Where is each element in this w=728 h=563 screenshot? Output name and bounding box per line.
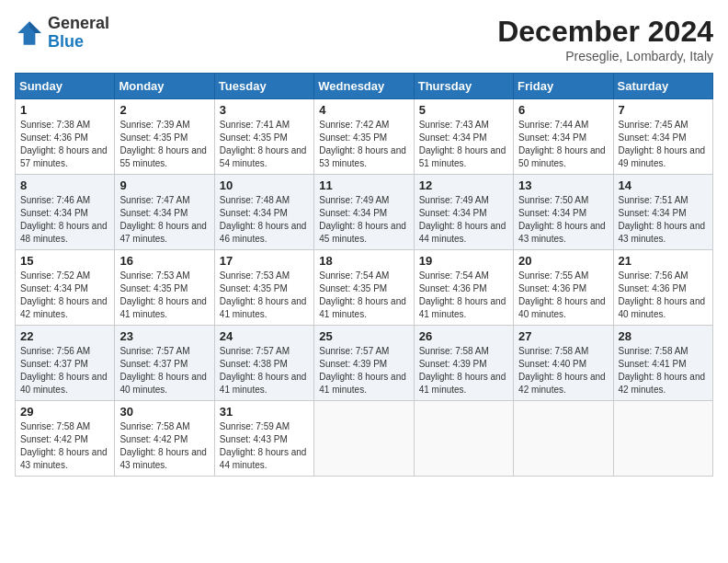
day-number: 19 [419,254,508,268]
day-number: 11 [319,178,408,192]
day-info: Sunrise: 7:50 AMSunset: 4:34 PMDaylight:… [518,194,608,246]
day-number: 5 [419,103,508,117]
day-info: Sunrise: 7:53 AMSunset: 4:35 PMDaylight:… [220,270,309,321]
day-number: 10 [220,178,309,192]
day-info: Sunrise: 7:53 AMSunset: 4:35 PMDaylight:… [119,270,209,321]
day-number: 25 [319,329,408,343]
day-info: Sunrise: 7:57 AMSunset: 4:38 PMDaylight:… [220,345,309,396]
day-number: 24 [220,329,309,343]
calendar-week-4: 22 Sunrise: 7:56 AMSunset: 4:37 PMDaylig… [16,326,713,401]
calendar-week-5: 29 Sunrise: 7:58 AMSunset: 4:42 PMDaylig… [16,401,713,477]
day-info: Sunrise: 7:54 AMSunset: 4:36 PMDaylight:… [419,270,508,321]
day-info: Sunrise: 7:57 AMSunset: 4:39 PMDaylight:… [319,345,408,396]
calendar-cell: 29 Sunrise: 7:58 AMSunset: 4:42 PMDaylig… [16,401,115,477]
day-info: Sunrise: 7:56 AMSunset: 4:36 PMDaylight:… [619,270,708,321]
calendar-week-2: 8 Sunrise: 7:46 AMSunset: 4:34 PMDayligh… [16,175,713,250]
header-day-tuesday: Tuesday [214,74,313,99]
day-info: Sunrise: 7:49 AMSunset: 4:34 PMDaylight:… [419,194,508,246]
calendar-week-3: 15 Sunrise: 7:52 AMSunset: 4:34 PMDaylig… [16,250,713,326]
day-number: 31 [220,405,309,419]
day-info: Sunrise: 7:51 AMSunset: 4:34 PMDaylight:… [619,194,708,246]
calendar-cell: 26 Sunrise: 7:58 AMSunset: 4:39 PMDaylig… [414,326,513,401]
calendar-cell: 15 Sunrise: 7:52 AMSunset: 4:34 PMDaylig… [16,250,115,326]
day-info: Sunrise: 7:58 AMSunset: 4:42 PMDaylight:… [20,420,109,472]
day-number: 3 [220,103,309,117]
calendar-cell: 9 Sunrise: 7:47 AMSunset: 4:34 PMDayligh… [115,175,214,250]
calendar-cell: 28 Sunrise: 7:58 AMSunset: 4:41 PMDaylig… [613,326,712,401]
day-number: 9 [119,178,209,192]
header-day-saturday: Saturday [613,74,712,99]
calendar-cell: 14 Sunrise: 7:51 AMSunset: 4:34 PMDaylig… [613,175,712,250]
day-info: Sunrise: 7:59 AMSunset: 4:43 PMDaylight:… [220,420,309,472]
day-number: 4 [319,103,408,117]
day-info: Sunrise: 7:43 AMSunset: 4:34 PMDaylight:… [419,119,508,170]
logo: General Blue [15,15,109,52]
location: Preseglie, Lombardy, Italy [497,49,713,63]
day-info: Sunrise: 7:55 AMSunset: 4:36 PMDaylight:… [518,270,608,321]
logo-text: General Blue [48,15,109,52]
day-info: Sunrise: 7:56 AMSunset: 4:37 PMDaylight:… [20,345,109,396]
day-info: Sunrise: 7:48 AMSunset: 4:34 PMDaylight:… [220,194,309,246]
day-info: Sunrise: 7:44 AMSunset: 4:34 PMDaylight:… [518,119,608,170]
day-info: Sunrise: 7:58 AMSunset: 4:42 PMDaylight:… [119,420,209,472]
day-number: 16 [119,254,209,268]
calendar-cell: 6 Sunrise: 7:44 AMSunset: 4:34 PMDayligh… [514,99,613,175]
day-number: 29 [20,405,109,419]
day-number: 15 [20,254,109,268]
day-number: 6 [518,103,608,117]
calendar-cell: 2 Sunrise: 7:39 AMSunset: 4:35 PMDayligh… [115,99,214,175]
calendar-cell: 12 Sunrise: 7:49 AMSunset: 4:34 PMDaylig… [414,175,513,250]
calendar-cell: 23 Sunrise: 7:57 AMSunset: 4:37 PMDaylig… [115,326,214,401]
calendar-cell: 4 Sunrise: 7:42 AMSunset: 4:35 PMDayligh… [314,99,414,175]
day-number: 1 [20,103,109,117]
day-info: Sunrise: 7:58 AMSunset: 4:41 PMDaylight:… [619,345,708,396]
day-number: 18 [319,254,408,268]
calendar-cell: 18 Sunrise: 7:54 AMSunset: 4:35 PMDaylig… [314,250,414,326]
day-info: Sunrise: 7:49 AMSunset: 4:34 PMDaylight:… [319,194,408,246]
header-day-sunday: Sunday [16,74,115,99]
day-number: 27 [518,329,608,343]
calendar-cell: 21 Sunrise: 7:56 AMSunset: 4:36 PMDaylig… [613,250,712,326]
day-info: Sunrise: 7:38 AMSunset: 4:36 PMDaylight:… [20,119,109,170]
calendar-cell: 25 Sunrise: 7:57 AMSunset: 4:39 PMDaylig… [314,326,414,401]
calendar-cell: 19 Sunrise: 7:54 AMSunset: 4:36 PMDaylig… [414,250,513,326]
month-title: December 2024 [497,15,713,49]
day-number: 20 [518,254,608,268]
calendar-cell: 20 Sunrise: 7:55 AMSunset: 4:36 PMDaylig… [514,250,613,326]
calendar-header-row: SundayMondayTuesdayWednesdayThursdayFrid… [16,74,713,99]
calendar-cell [414,401,513,477]
calendar-cell: 5 Sunrise: 7:43 AMSunset: 4:34 PMDayligh… [414,99,513,175]
page-header: General Blue December 2024 Preseglie, Lo… [15,15,713,63]
calendar-cell: 13 Sunrise: 7:50 AMSunset: 4:34 PMDaylig… [514,175,613,250]
logo-icon [15,18,44,48]
calendar-cell: 16 Sunrise: 7:53 AMSunset: 4:35 PMDaylig… [115,250,214,326]
header-day-monday: Monday [115,74,214,99]
calendar-cell: 1 Sunrise: 7:38 AMSunset: 4:36 PMDayligh… [16,99,115,175]
day-number: 26 [419,329,508,343]
day-info: Sunrise: 7:57 AMSunset: 4:37 PMDaylight:… [119,345,209,396]
calendar: SundayMondayTuesdayWednesdayThursdayFrid… [15,73,713,477]
calendar-cell: 11 Sunrise: 7:49 AMSunset: 4:34 PMDaylig… [314,175,414,250]
calendar-cell: 7 Sunrise: 7:45 AMSunset: 4:34 PMDayligh… [613,99,712,175]
day-info: Sunrise: 7:54 AMSunset: 4:35 PMDaylight:… [319,270,408,321]
day-number: 17 [220,254,309,268]
day-info: Sunrise: 7:42 AMSunset: 4:35 PMDaylight:… [319,119,408,170]
day-number: 23 [119,329,209,343]
day-info: Sunrise: 7:45 AMSunset: 4:34 PMDaylight:… [619,119,708,170]
header-day-friday: Friday [514,74,613,99]
day-info: Sunrise: 7:39 AMSunset: 4:35 PMDaylight:… [119,119,209,170]
header-day-thursday: Thursday [414,74,513,99]
header-day-wednesday: Wednesday [314,74,414,99]
day-number: 21 [619,254,708,268]
day-number: 8 [20,178,109,192]
title-area: December 2024 Preseglie, Lombardy, Italy [497,15,713,63]
calendar-cell [613,401,712,477]
calendar-cell: 27 Sunrise: 7:58 AMSunset: 4:40 PMDaylig… [514,326,613,401]
day-number: 22 [20,329,109,343]
day-info: Sunrise: 7:52 AMSunset: 4:34 PMDaylight:… [20,270,109,321]
calendar-cell: 30 Sunrise: 7:58 AMSunset: 4:42 PMDaylig… [115,401,214,477]
calendar-cell: 3 Sunrise: 7:41 AMSunset: 4:35 PMDayligh… [214,99,313,175]
day-info: Sunrise: 7:58 AMSunset: 4:39 PMDaylight:… [419,345,508,396]
day-number: 2 [119,103,209,117]
day-number: 7 [619,103,708,117]
